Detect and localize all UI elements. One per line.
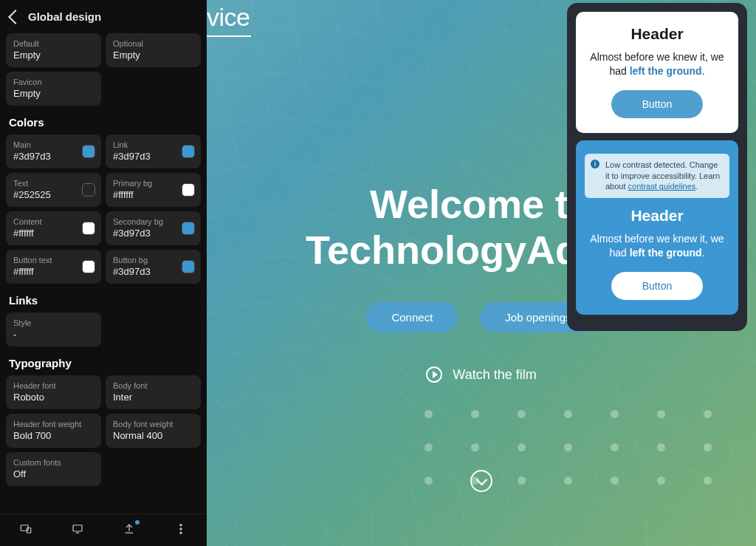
svg-point-4: [180, 528, 182, 529]
more-icon[interactable]: [174, 522, 188, 539]
contrast-warning: i Low contrast detected. Change it to im…: [585, 154, 729, 199]
notification-dot-icon: [135, 520, 140, 525]
brand-underline: [207, 35, 251, 37]
body-font-field[interactable]: Body font Inter: [106, 375, 201, 409]
color-primary-bg[interactable]: Primary bg #ffffff: [106, 173, 201, 207]
preview-button-dark[interactable]: Button: [611, 272, 703, 300]
image-favicon-field[interactable]: Favicon Empty: [6, 72, 101, 106]
bottom-toolbar: [0, 513, 207, 546]
brand-fragment: vice: [207, 3, 250, 32]
swatch-icon[interactable]: [82, 145, 95, 158]
panel-title: Global design: [28, 10, 101, 23]
upload-icon[interactable]: [123, 522, 136, 539]
watch-film-link[interactable]: Watch the film: [245, 366, 718, 383]
typography-section-title: Typography: [9, 357, 198, 369]
svg-point-3: [180, 524, 182, 525]
links-section-title: Links: [9, 294, 198, 307]
body-font-weight-field[interactable]: Body font weight Normal 400: [106, 414, 201, 448]
svg-point-5: [180, 532, 182, 533]
info-icon: i: [591, 160, 599, 168]
devices-icon[interactable]: [19, 522, 32, 539]
display-icon[interactable]: [71, 522, 84, 539]
decorative-dots: [425, 410, 712, 485]
swatch-icon[interactable]: [182, 260, 195, 273]
swatch-icon[interactable]: [82, 183, 95, 197]
custom-fonts-field[interactable]: Custom fonts Off: [6, 452, 101, 486]
preview-header: Header: [585, 25, 729, 43]
scroll-down-icon[interactable]: [470, 470, 492, 492]
color-text[interactable]: Text #252525: [6, 173, 101, 207]
swatch-icon[interactable]: [182, 145, 195, 158]
image-default-field[interactable]: Default Empty: [6, 33, 101, 67]
color-button-bg[interactable]: Button bg #3d97d3: [106, 250, 201, 284]
global-design-panel: Global design Default Empty Optional Emp…: [0, 0, 207, 513]
color-main[interactable]: Main #3d97d3: [6, 134, 101, 168]
swatch-icon[interactable]: [182, 222, 195, 235]
design-preview-popover: Header Almost before we knew it, we had …: [567, 3, 747, 331]
swatch-icon[interactable]: [82, 260, 95, 273]
preview-card-dark: i Low contrast detected. Change it to im…: [576, 140, 738, 315]
color-button-text[interactable]: Button text #ffffff: [6, 250, 101, 284]
connect-button[interactable]: Connect: [366, 302, 458, 332]
back-icon[interactable]: [8, 10, 23, 24]
swatch-icon[interactable]: [182, 183, 195, 197]
color-link[interactable]: Link #3d97d3: [106, 134, 201, 168]
color-content[interactable]: Content #ffffff: [6, 211, 101, 245]
links-style-field[interactable]: Style -: [6, 313, 101, 347]
swatch-icon[interactable]: [82, 222, 95, 235]
play-icon: [426, 366, 442, 383]
svg-rect-2: [73, 525, 82, 530]
header-font-weight-field[interactable]: Header font weight Bold 700: [6, 414, 101, 448]
header-font-field[interactable]: Header font Roboto: [6, 375, 101, 409]
color-secondary-bg[interactable]: Secondary bg #3d97d3: [106, 211, 201, 245]
preview-body: Almost before we knew it, we had left th…: [585, 50, 729, 78]
preview-header: Header: [585, 207, 729, 225]
colors-section-title: Colors: [9, 116, 198, 129]
preview-card-light: Header Almost before we knew it, we had …: [576, 12, 738, 133]
image-optional-field[interactable]: Optional Empty: [106, 33, 201, 67]
preview-body: Almost before we knew it, we had left th…: [585, 232, 729, 260]
contrast-guidelines-link[interactable]: contrast guidelines: [628, 182, 696, 191]
preview-button-light[interactable]: Button: [611, 90, 703, 118]
